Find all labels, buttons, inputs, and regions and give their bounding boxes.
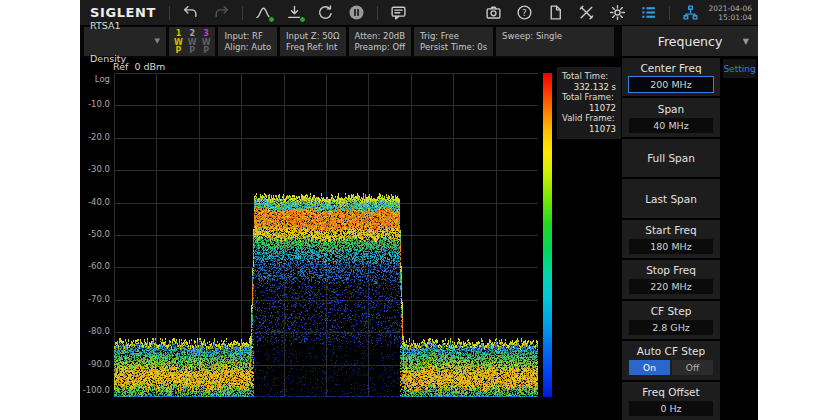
footer-start-group: Start 180 MHz RBW 100.431 kHz [84, 398, 168, 420]
density-canvas [114, 73, 538, 397]
toolbar-divider [377, 6, 378, 20]
footer-center-group: Center 200 MHz Span 40 MHz [298, 398, 373, 420]
menu-item-value[interactable]: 180 MHz [629, 239, 713, 254]
total-frame-value: 11072 [562, 103, 616, 114]
menu-item-value[interactable]: 220 MHz [629, 279, 713, 294]
menu-item-label: CF Step [622, 305, 720, 317]
valid-frame-label: Valid Frame: [562, 113, 616, 124]
toolbar-right-icons: ? [478, 4, 706, 21]
total-time-label: Total Time: [562, 71, 616, 82]
acquisition-info: Total Time: 332.132 s Total Frame: 11072… [557, 67, 621, 139]
y-axis-tick: -100.0 [83, 385, 110, 395]
y-axis-tick: -30.0 [88, 164, 110, 174]
pause-icon[interactable] [348, 4, 365, 21]
auto-cf-step-toggle[interactable]: OnOff [629, 360, 713, 375]
menu-item-span[interactable]: Span40 MHz [622, 98, 720, 136]
preset-restore-icon[interactable] [317, 4, 334, 21]
menu-title: Frequency [658, 34, 723, 49]
green-badge [268, 16, 275, 23]
total-frame-label: Total Frame: [562, 92, 616, 103]
menu-item-value[interactable]: 200 MHz [629, 77, 713, 92]
spectrum-analyzer-app: SIGLENT ? 2021-04-06 15:01:04 RTSA1 Dens… [80, 0, 758, 420]
toggle-on[interactable]: On [629, 360, 670, 375]
menu-item-label: Auto CF Step [622, 345, 720, 357]
segment-line2: Persist Time: 0s [420, 42, 487, 53]
toolbar-divider [669, 6, 670, 20]
menu-item-center-freq[interactable]: Center Freq200 MHz [622, 58, 720, 96]
menu-item-last-span[interactable]: Last Span [622, 179, 720, 217]
trace-status[interactable]: 1WP2WP3WP [169, 27, 215, 56]
file-icon[interactable] [547, 4, 564, 21]
status-segment[interactable]: Input: RFAlign: Auto [218, 27, 277, 56]
menu-item-full-span[interactable]: Full Span [622, 139, 720, 177]
settings-gear-icon[interactable] [609, 4, 626, 21]
menu-item-label: Last Span [622, 193, 720, 205]
menu-item-label: Stop Freq [622, 264, 720, 276]
chevron-down-icon: ▼ [743, 37, 749, 46]
setting-tab[interactable]: Setting [723, 59, 756, 78]
segment-line1: Sweep: Single [502, 31, 608, 42]
menu-item-value[interactable]: 40 MHz [629, 118, 713, 133]
y-axis-tick: -80.0 [88, 326, 110, 336]
y-axis-tick: -70.0 [88, 294, 110, 304]
menu-header[interactable]: Frequency ▼ [622, 26, 758, 56]
screenshot-icon[interactable] [485, 4, 502, 21]
redo-icon[interactable] [213, 4, 230, 21]
trace-3-indicator[interactable]: 3WP [202, 30, 211, 53]
datetime: 2021-04-06 15:01:04 [708, 4, 752, 22]
trace-flag: P [203, 47, 209, 56]
message-icon[interactable] [390, 4, 407, 21]
density-colorbar [543, 73, 552, 397]
y-axis-ticks: Log-10.0-20.0-30.0-40.0-50.0-60.0-70.0-8… [80, 0, 111, 420]
save-icon[interactable] [286, 4, 303, 21]
segment-line2: Freq Ref: Int [286, 42, 339, 53]
toolbar-left-icons [175, 4, 414, 21]
menu-item-cf-step[interactable]: CF Step2.8 GHz [622, 301, 720, 339]
menu-items: Center Freq200 MHzSpan40 MHzFull SpanLas… [622, 58, 720, 420]
menu-item-freq-offset[interactable]: Freq Offset0 Hz [622, 382, 720, 420]
y-axis-tick: -90.0 [88, 359, 110, 369]
date-label: 2021-04-06 [708, 4, 752, 13]
segment-line1: Atten: 20dB [355, 31, 406, 42]
tools-icon[interactable] [578, 4, 595, 21]
footer-stop-group: Stop 220 MHz Acq Time 30 ms [465, 398, 540, 420]
help-icon[interactable]: ? [516, 4, 533, 21]
lan-icon[interactable] [682, 4, 699, 21]
undo-icon[interactable] [182, 4, 199, 21]
menu-item-value[interactable]: 2.8 GHz [629, 320, 713, 335]
time-label: 15:01:04 [708, 13, 752, 22]
peak-search-icon[interactable] [255, 4, 272, 21]
segment-line2: Preamp: Off [355, 42, 406, 53]
status-segment[interactable]: Atten: 20dBPreamp: Off [349, 27, 412, 56]
status-segment[interactable]: Sweep: Single [496, 27, 614, 56]
chevron-down-icon: ▼ [155, 36, 160, 47]
toolbar-divider [242, 6, 243, 20]
trace-flag: P [189, 47, 195, 56]
trace-flag: P [175, 47, 181, 56]
status-segment[interactable]: Trig: FreePersist Time: 0s [414, 27, 493, 56]
y-axis-tick: -60.0 [88, 261, 110, 271]
toolbar-divider [169, 6, 170, 20]
segment-line1: Trig: Free [420, 31, 487, 42]
menu-item-auto-cf-step[interactable]: Auto CF StepOnOff [622, 341, 720, 379]
frequency-menu-panel: Frequency ▼ Center Freq200 MHzSpan40 MHz… [622, 26, 758, 420]
menu-item-stop-freq[interactable]: Stop Freq220 MHz [622, 260, 720, 298]
task-list-icon[interactable] [640, 4, 657, 21]
toggle-off[interactable]: Off [672, 360, 713, 375]
status-segment[interactable]: Input Z: 50ΩFreq Ref: Int [280, 27, 345, 56]
status-segments: Input: RFAlign: AutoInput Z: 50ΩFreq Ref… [218, 27, 614, 56]
trace-2-indicator[interactable]: 2WP [188, 30, 197, 53]
y-axis-tick: -10.0 [88, 99, 110, 109]
menu-item-label: Span [622, 103, 720, 115]
y-axis-tick: -50.0 [88, 229, 110, 239]
valid-frame-value: 11073 [562, 124, 616, 135]
green-badge [299, 16, 306, 23]
ref-level-label: Ref 0 dBm [113, 61, 165, 72]
total-time-value: 332.132 s [562, 82, 616, 93]
menu-item-start-freq[interactable]: Start Freq180 MHz [622, 220, 720, 258]
trace-1-indicator[interactable]: 1WP [174, 30, 183, 53]
menu-item-value[interactable]: 0 Hz [629, 401, 713, 416]
y-axis-tick: Log [95, 74, 110, 84]
segment-line1: Input Z: 50Ω [286, 31, 339, 42]
menu-item-label: Center Freq [622, 62, 720, 74]
